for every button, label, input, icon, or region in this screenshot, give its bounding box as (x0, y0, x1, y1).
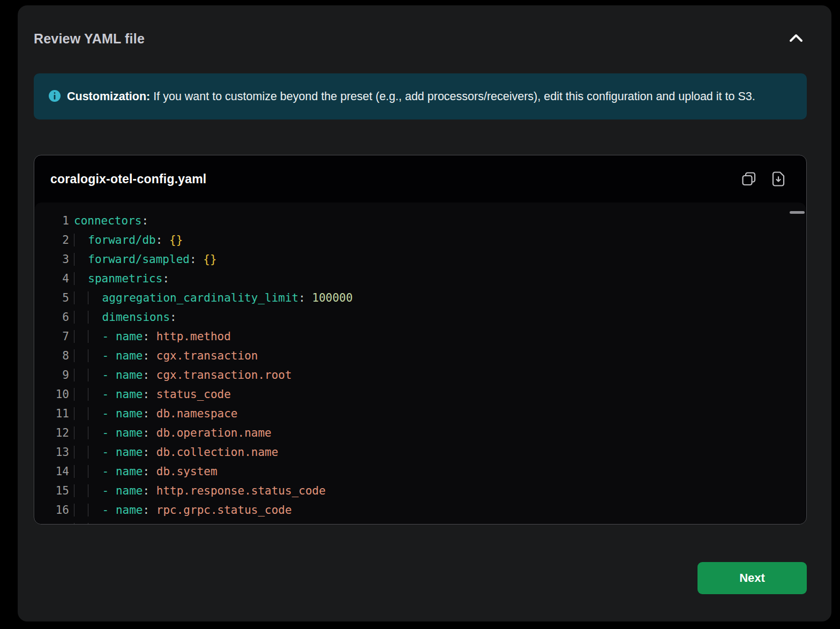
code-line: 13 - name: db.collection.name (35, 443, 806, 462)
yaml-filename: coralogix-otel-config.yaml (50, 172, 206, 186)
code-line: 7 - name: http.method (35, 327, 806, 346)
indent-guide (74, 349, 88, 362)
indent-guide (74, 446, 88, 459)
code-line: 3 forward/sampled: {} (35, 250, 806, 269)
indent-guide (74, 272, 88, 285)
indent-guide (88, 407, 102, 420)
indent-guide (74, 291, 88, 304)
code-line: 14 - name: db.system (35, 462, 806, 481)
banner-message: If you want to customize beyond the pres… (153, 90, 755, 103)
line-number: 5 (35, 288, 69, 308)
indent-guide (88, 426, 102, 439)
code-line: 15 - name: http.response.status_code (35, 481, 806, 500)
code-line: 17 - name: rpc.method (35, 520, 806, 524)
line-number: 15 (35, 481, 69, 500)
code-line: 1connectors: (35, 211, 806, 230)
line-number: 1 (35, 211, 69, 230)
line-number: 17 (35, 520, 69, 524)
panel-footer: Next (34, 562, 807, 594)
line-number: 3 (35, 250, 69, 269)
indent-guide (74, 504, 88, 516)
line-number: 7 (35, 327, 69, 346)
panel-header: Review YAML file (34, 5, 807, 47)
line-number: 9 (35, 365, 69, 385)
indent-guide (88, 484, 102, 497)
line-number: 16 (35, 500, 69, 520)
indent-guide (74, 465, 88, 478)
code-line: 12 - name: db.operation.name (35, 423, 806, 443)
code-line: 9 - name: cgx.transaction.root (35, 365, 806, 385)
code-line: 8 - name: cgx.transaction (35, 346, 806, 365)
indent-guide (74, 234, 88, 246)
line-number: 11 (35, 404, 69, 423)
code-line: 2 forward/db: {} (35, 230, 806, 250)
review-yaml-panel: Review YAML file Customization: If you w… (18, 5, 831, 621)
indent-guide (74, 426, 88, 439)
yaml-code-card: coralogix-otel-config.yaml (34, 155, 807, 525)
indent-guide (74, 369, 88, 381)
indent-guide (88, 465, 102, 478)
code-line: 11 - name: db.namespace (35, 404, 806, 423)
line-number: 6 (35, 308, 69, 327)
indent-guide (88, 349, 102, 362)
code-lines: 1connectors:2 forward/db: {}3 forward/sa… (35, 211, 806, 524)
code-line: 16 - name: rpc.grpc.status_code (35, 500, 806, 520)
indent-guide (74, 523, 88, 524)
code-line: 5 aggregation_cardinality_limit: 100000 (35, 288, 806, 308)
line-number: 13 (35, 443, 69, 462)
yaml-code-viewer[interactable]: 1connectors:2 forward/db: {}3 forward/sa… (35, 203, 806, 524)
indent-guide (88, 504, 102, 516)
line-number: 2 (35, 230, 69, 250)
collapse-button[interactable] (786, 31, 806, 47)
indent-guide (88, 446, 102, 459)
info-icon (48, 88, 61, 109)
scrollbar-thumb[interactable] (790, 211, 805, 214)
indent-guide (88, 369, 102, 381)
code-line: 4 spanmetrics: (35, 269, 806, 288)
indent-guide (74, 388, 88, 401)
indent-guide (74, 253, 88, 266)
banner-text: Customization: If you want to customize … (67, 90, 755, 103)
indent-guide (74, 311, 88, 324)
line-number: 14 (35, 462, 69, 481)
chevron-up-icon (789, 33, 804, 43)
indent-guide (74, 484, 88, 497)
download-icon (771, 171, 786, 187)
download-button[interactable] (770, 170, 787, 188)
code-card-header: coralogix-otel-config.yaml (34, 155, 806, 203)
code-header-icons (740, 170, 787, 188)
copy-button[interactable] (740, 170, 758, 188)
indent-guide (88, 388, 102, 401)
panel-title: Review YAML file (34, 31, 145, 47)
banner-title: Customization: (67, 90, 150, 103)
code-line: 10 - name: status_code (35, 385, 806, 404)
indent-guide (74, 407, 88, 420)
line-number: 12 (35, 423, 69, 443)
indent-guide (88, 311, 102, 324)
line-number: 4 (35, 269, 69, 288)
indent-guide (88, 330, 102, 343)
indent-guide (88, 523, 102, 524)
next-button[interactable]: Next (698, 562, 807, 594)
customization-banner: Customization: If you want to customize … (34, 73, 807, 119)
indent-guide (74, 330, 88, 343)
line-number: 10 (35, 385, 69, 404)
indent-guide (88, 291, 102, 304)
copy-icon (741, 171, 757, 187)
line-number: 8 (35, 346, 69, 365)
code-line: 6 dimensions: (35, 308, 806, 327)
